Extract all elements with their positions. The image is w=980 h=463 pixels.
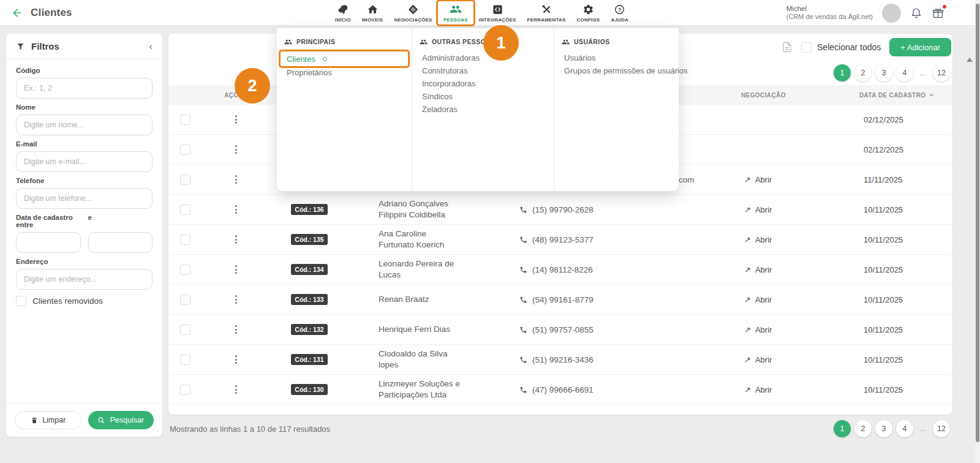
squirrel-icon xyxy=(337,4,349,15)
row-checkbox[interactable] xyxy=(180,145,190,155)
page-button-1[interactable]: 1 xyxy=(834,420,851,437)
menu-item-zeladoras[interactable]: Zeladoras xyxy=(412,103,554,116)
row-checkbox[interactable] xyxy=(180,385,190,395)
client-name: Ana Caroline Furtunato Koerich xyxy=(379,228,463,250)
open-link[interactable]: ↗Abrir xyxy=(741,385,836,394)
address-input[interactable] xyxy=(16,269,153,290)
menu-item-proprietarios[interactable]: Proprietários xyxy=(277,66,412,79)
nav-negociacoes[interactable]: NEGOCIAÇÕES xyxy=(388,1,437,24)
row-checkbox[interactable] xyxy=(180,265,190,275)
page-button-3[interactable]: 3 xyxy=(875,64,892,81)
open-link[interactable]: ↗Abrir xyxy=(741,295,836,304)
filter-email-group: E-mail xyxy=(16,140,153,172)
annotation-badge-1: 1 xyxy=(483,25,519,61)
row-menu-kebab-icon[interactable] xyxy=(202,383,270,396)
open-link[interactable]: ↗Abrir xyxy=(741,235,836,244)
select-all-row[interactable]: Selecionar todos xyxy=(801,42,881,53)
menu-item-construtoras[interactable]: Construtoras xyxy=(412,64,554,77)
email-input[interactable] xyxy=(16,151,153,172)
row-menu-kebab-icon[interactable] xyxy=(202,263,270,276)
row-menu-kebab-icon[interactable] xyxy=(202,203,270,216)
row-checkbox[interactable] xyxy=(180,115,190,125)
menu-item-usuarios[interactable]: Usuários xyxy=(554,51,679,64)
select-all-checkbox[interactable] xyxy=(801,42,812,53)
document-icon[interactable] xyxy=(782,41,793,53)
phone-label: Telefone xyxy=(16,177,153,184)
row-date: 10/11/2025 xyxy=(836,265,952,274)
page-button-3[interactable]: 3 xyxy=(875,420,892,437)
nav-configs[interactable]: CONFIGS xyxy=(571,1,606,24)
row-menu-kebab-icon[interactable] xyxy=(202,293,270,306)
row-checkbox[interactable] xyxy=(180,355,190,365)
gear-icon xyxy=(582,4,594,15)
add-button[interactable]: + Adicionar xyxy=(889,38,951,56)
phone-input[interactable] xyxy=(16,188,153,209)
row-menu-kebab-icon[interactable] xyxy=(202,233,270,246)
open-link[interactable]: ↗Abrir xyxy=(741,175,836,184)
page-button-1[interactable]: 1 xyxy=(834,64,851,81)
row-menu-kebab-icon[interactable] xyxy=(202,143,270,156)
avatar[interactable] xyxy=(882,4,901,23)
clear-button[interactable]: Limpar xyxy=(15,411,82,429)
row-menu-kebab-icon[interactable] xyxy=(202,173,270,186)
page-button-2[interactable]: 2 xyxy=(854,420,872,437)
row-checkbox[interactable] xyxy=(180,295,190,305)
nav-inicio[interactable]: INÍCIO xyxy=(330,1,356,24)
collapse-chevron-icon[interactable]: ‹ xyxy=(149,41,153,52)
scrollbar[interactable] xyxy=(975,0,980,463)
row-menu-kebab-icon[interactable] xyxy=(202,113,270,126)
back-arrow-icon[interactable] xyxy=(11,7,23,19)
table-row: Cód.: 131 Clodoaldo da Silva lopes (51) … xyxy=(168,345,952,375)
row-menu-kebab-icon[interactable] xyxy=(202,323,270,336)
open-link[interactable]: ↗Abrir xyxy=(741,355,836,364)
menu-item-incorporadoras[interactable]: Incorporadoras xyxy=(412,77,554,90)
header-registered[interactable]: DATA DE CADASTRO xyxy=(836,92,952,99)
page-button-4[interactable]: 4 xyxy=(896,420,913,437)
name-input[interactable] xyxy=(16,115,153,135)
open-arrow-icon: ↗ xyxy=(744,325,751,334)
menu-item-administradoras[interactable]: Administradoras xyxy=(412,51,554,64)
open-link[interactable]: ↗Abrir xyxy=(741,325,836,334)
nav-integracoes[interactable]: INTEGRAÇÕES xyxy=(473,1,522,24)
bell-icon[interactable] xyxy=(910,7,922,19)
header-negotiation: NEGOCIAÇÃO xyxy=(741,92,836,99)
open-link[interactable]: ↗Abrir xyxy=(741,265,836,274)
page-button-12[interactable]: 12 xyxy=(933,64,950,81)
nav-pessoas[interactable]: PESSOAS xyxy=(438,1,473,24)
page-button-2[interactable]: 2 xyxy=(854,64,872,81)
page-ellipsis: ... xyxy=(917,420,929,437)
scrollbar-thumb[interactable] xyxy=(976,4,979,442)
phone-icon xyxy=(519,386,527,394)
row-checkbox[interactable] xyxy=(180,175,190,185)
gift-icon[interactable] xyxy=(932,7,944,20)
menu-item-sindicos[interactable]: Síndicos xyxy=(412,90,554,103)
menu-item-label: Síndicos xyxy=(422,92,453,101)
code-input[interactable] xyxy=(16,78,153,99)
phone-icon xyxy=(519,266,527,274)
nav-ajuda[interactable]: ? AJUDA xyxy=(605,1,634,24)
open-link[interactable]: ↗Abrir xyxy=(741,205,836,214)
page-button-4[interactable]: 4 xyxy=(896,64,913,81)
nav-ferramentas[interactable]: FERRAMENTAS xyxy=(522,1,571,24)
date-from-input[interactable] xyxy=(16,232,81,253)
row-menu-kebab-icon[interactable] xyxy=(202,353,270,366)
user-subtitle: (CRM de vendas da Ágil.net) xyxy=(786,13,873,21)
removed-clients-checkbox-row[interactable]: Clientes removidos xyxy=(16,296,153,306)
selected-dot-icon xyxy=(323,57,327,61)
client-phone: (47) 99666-6691 xyxy=(532,385,594,394)
select-all-label: Selecionar todos xyxy=(817,42,881,52)
search-button[interactable]: Pesquisar xyxy=(88,411,154,429)
menu-item-grupos-permissoes[interactable]: Grupos de permissões de usuários xyxy=(554,64,679,77)
date-to-input[interactable] xyxy=(88,232,153,253)
row-date: 02/12/2025 xyxy=(836,115,952,124)
nav-imoveis[interactable]: IMÓVEIS xyxy=(356,1,389,24)
removed-clients-checkbox[interactable] xyxy=(16,296,26,306)
row-checkbox[interactable] xyxy=(180,205,190,215)
row-checkbox[interactable] xyxy=(180,235,190,245)
menu-item-clientes[interactable]: Clientes xyxy=(281,51,408,66)
filters-title: Filtros xyxy=(31,41,143,51)
page-button-12[interactable]: 12 xyxy=(933,420,950,437)
open-label: Abrir xyxy=(755,205,772,214)
people-icon xyxy=(420,38,428,46)
row-checkbox[interactable] xyxy=(180,325,190,335)
